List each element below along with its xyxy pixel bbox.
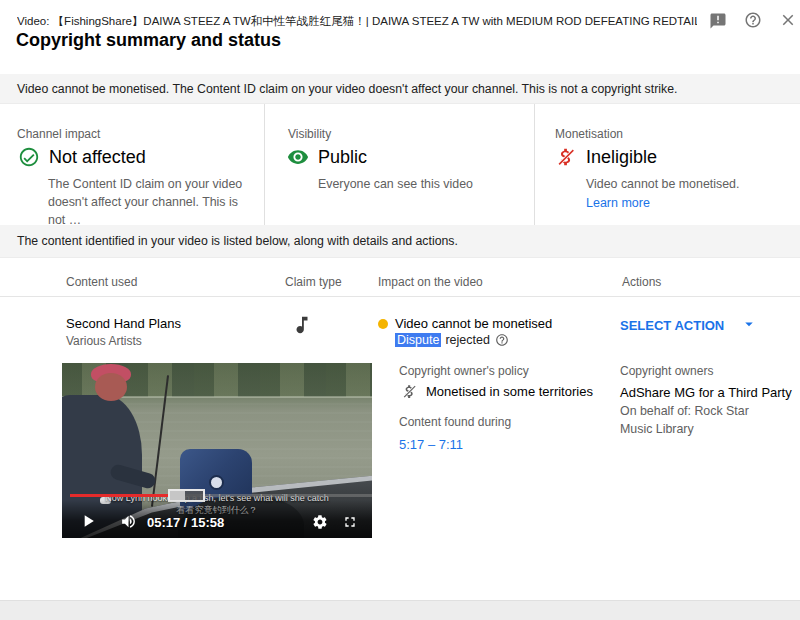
policy-row: Monetised in some territories	[401, 383, 593, 400]
col-header-claim-type: Claim type	[285, 275, 342, 289]
card-label: Channel impact	[17, 127, 100, 141]
claim-content-artist: Various Artists	[66, 334, 142, 348]
content-found-label: Content found during	[399, 415, 511, 429]
copyright-owners-label: Copyright owners	[620, 364, 713, 378]
table-banner-text: The content identified in your video is …	[17, 234, 458, 248]
dispute-word-highlighted: Dispute	[395, 333, 441, 347]
copyright-owner-name: AdShare MG for a Third Party	[620, 385, 792, 400]
summary-section: Channel impact Not affected The Content …	[0, 104, 800, 225]
card-status-row: Public	[287, 146, 367, 168]
select-action-label: SELECT ACTION	[620, 318, 724, 333]
content-found-timestamps-link[interactable]: 5:17 – 7:11	[399, 437, 463, 452]
eye-icon	[287, 146, 309, 168]
volume-icon[interactable]	[120, 513, 137, 530]
col-header-content-used: Content used	[66, 275, 137, 289]
dollar-slash-gray-icon	[401, 383, 418, 400]
thumbnail-jacket-logo	[209, 475, 224, 490]
channel-impact-status: Not affected	[49, 147, 146, 168]
monetisation-status: Ineligible	[586, 147, 657, 168]
visibility-description: Everyone can see this video	[318, 176, 526, 194]
claim-content-title: Second Hand Plans	[66, 316, 181, 331]
table-banner: The content identified in your video is …	[0, 225, 800, 258]
video-title: 【FishingShare】DAIWA STEEZ A TW和中性竿战胜红尾猫！…	[53, 15, 697, 27]
learn-more-link[interactable]: Learn more	[586, 196, 650, 210]
channel-impact-description: The Content ID claim on your video doesn…	[48, 176, 256, 230]
play-button[interactable]	[78, 511, 98, 531]
fullscreen-icon[interactable]	[342, 514, 358, 530]
col-header-impact: Impact on the video	[378, 275, 483, 289]
help-button[interactable]	[743, 11, 763, 31]
dispute-rest: rejected	[445, 333, 489, 347]
col-header-actions: Actions	[622, 275, 661, 289]
select-action-button[interactable]: SELECT ACTION	[620, 315, 758, 336]
claim-status-dot	[378, 319, 388, 329]
claim-impact-status: Video cannot be monetised	[395, 316, 552, 331]
summary-card-visibility: Visibility Public Everyone can see this …	[265, 104, 535, 225]
summary-card-monetisation: Monetisation Ineligible Video cannot be …	[535, 104, 800, 225]
card-label: Monetisation	[555, 127, 623, 141]
video-label: Video:	[17, 15, 49, 27]
close-icon	[779, 17, 797, 32]
card-label: Visibility	[288, 127, 331, 141]
thumbnail-angler-head	[95, 373, 127, 401]
feedback-icon	[709, 18, 727, 33]
monetisation-description: Video cannot be monetised.	[586, 176, 794, 194]
time-display: 05:17 / 15:58	[147, 515, 224, 530]
policy-label: Copyright owner's policy	[399, 364, 529, 378]
policy-value: Monetised in some territories	[426, 384, 593, 399]
help-icon	[744, 17, 762, 32]
video-title-line: Video: 【FishingShare】DAIWA STEEZ A TW和中性…	[17, 14, 697, 29]
seek-bar[interactable]	[70, 494, 372, 497]
copyright-dialog: Video: 【FishingShare】DAIWA STEEZ A TW和中性…	[0, 0, 800, 620]
card-status-row: Not affected	[18, 146, 146, 168]
check-circle-icon	[18, 146, 40, 168]
dollar-slash-icon	[555, 146, 577, 168]
summary-card-channel-impact: Channel impact Not affected The Content …	[0, 104, 265, 225]
page-title: Copyright summary and status	[16, 30, 281, 51]
settings-gear-icon[interactable]	[312, 514, 328, 530]
copyright-owner-behalf: On behalf of: Rock Star Music Library	[620, 403, 772, 439]
card-status-row: Ineligible	[555, 146, 657, 168]
player-controls: 05:17 / 15:58	[62, 500, 372, 538]
music-note-icon	[291, 314, 313, 336]
feedback-button[interactable]	[708, 12, 728, 32]
chevron-down-icon	[724, 315, 758, 336]
notice-banner: Video cannot be monetised. The Content I…	[0, 74, 800, 104]
table-header-divider	[0, 296, 800, 297]
seek-bar-played	[70, 494, 172, 497]
dispute-status-line: Dispute rejected	[395, 333, 509, 347]
video-player[interactable]: Now Lynn hooked up a fish, let's see wha…	[62, 363, 372, 538]
dispute-help-icon[interactable]	[495, 333, 509, 347]
notice-banner-text: Video cannot be monetised. The Content I…	[17, 82, 677, 96]
dialog-footer	[0, 600, 800, 620]
close-button[interactable]	[778, 11, 798, 31]
visibility-status: Public	[318, 147, 367, 168]
